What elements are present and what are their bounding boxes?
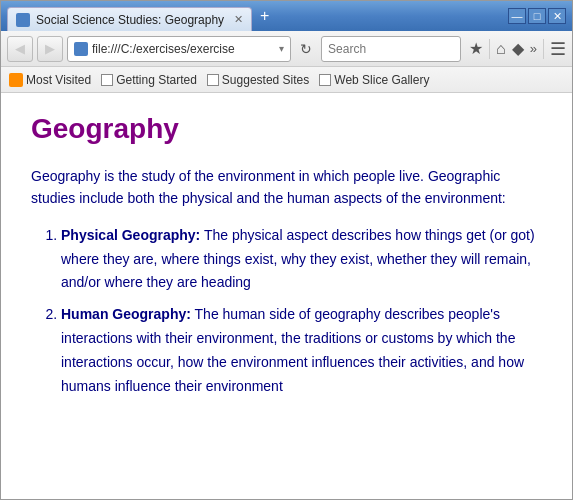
toolbar-icons: ★ ⌂ ◆ » ☰ bbox=[469, 38, 566, 60]
bookmark-most-visited[interactable]: Most Visited bbox=[9, 73, 91, 87]
page-title: Geography bbox=[31, 113, 542, 145]
bookmark-web-slice-gallery[interactable]: Web Slice Gallery bbox=[319, 73, 429, 87]
tab-close-button[interactable]: ✕ bbox=[234, 13, 243, 26]
address-bar[interactable]: ▾ bbox=[67, 36, 291, 62]
tab-favicon bbox=[16, 13, 30, 27]
refresh-button[interactable]: ↻ bbox=[295, 38, 317, 60]
active-tab[interactable]: Social Science Studies: Geography ✕ bbox=[7, 7, 252, 31]
close-button[interactable]: ✕ bbox=[548, 8, 566, 24]
new-tab-button[interactable]: + bbox=[252, 1, 277, 31]
bookmark-most-visited-icon bbox=[9, 73, 23, 87]
bookmark-most-visited-label: Most Visited bbox=[26, 73, 91, 87]
page-list: Physical Geography: The physical aspect … bbox=[31, 224, 542, 399]
minimize-button[interactable]: — bbox=[508, 8, 526, 24]
back-icon: ◀ bbox=[15, 41, 25, 56]
refresh-icon: ↻ bbox=[300, 41, 312, 57]
bookmark-getting-started-label: Getting Started bbox=[116, 73, 197, 87]
tab-title: Social Science Studies: Geography bbox=[36, 13, 224, 27]
back-button[interactable]: ◀ bbox=[7, 36, 33, 62]
list-item: Human Geography: The human side of geogr… bbox=[61, 303, 542, 398]
page-content: Geography Geography is the study of the … bbox=[1, 93, 572, 499]
window-controls: — □ ✕ bbox=[508, 8, 566, 24]
bookmark-suggested-sites-label: Suggested Sites bbox=[222, 73, 309, 87]
list-item-1-label: Physical Geography: bbox=[61, 227, 200, 243]
toolbar-separator-2 bbox=[543, 39, 544, 59]
menu-button[interactable]: ☰ bbox=[550, 38, 566, 60]
bookmarks-bar: Most Visited Getting Started Suggested S… bbox=[1, 67, 572, 93]
bookmark-checkbox-icon bbox=[101, 74, 113, 86]
bookmark-checkbox-3-icon bbox=[319, 74, 331, 86]
more-tools-icon[interactable]: » bbox=[530, 41, 537, 56]
pocket-icon[interactable]: ◆ bbox=[512, 39, 524, 58]
forward-button[interactable]: ▶ bbox=[37, 36, 63, 62]
tab-area: Social Science Studies: Geography ✕ + bbox=[7, 1, 504, 31]
address-dropdown-icon[interactable]: ▾ bbox=[279, 43, 284, 54]
bookmark-getting-started[interactable]: Getting Started bbox=[101, 73, 197, 87]
toolbar-separator bbox=[489, 39, 490, 59]
list-item-2-label: Human Geography: bbox=[61, 306, 191, 322]
home-icon[interactable]: ⌂ bbox=[496, 40, 506, 58]
favorites-star-icon[interactable]: ★ bbox=[469, 39, 483, 58]
bookmark-web-slice-gallery-label: Web Slice Gallery bbox=[334, 73, 429, 87]
bookmark-suggested-sites[interactable]: Suggested Sites bbox=[207, 73, 309, 87]
page-intro-text: Geography is the study of the environmen… bbox=[31, 165, 542, 210]
address-input[interactable] bbox=[92, 42, 275, 56]
search-input[interactable] bbox=[328, 42, 478, 56]
search-box[interactable] bbox=[321, 36, 461, 62]
title-bar: Social Science Studies: Geography ✕ + — … bbox=[1, 1, 572, 31]
maximize-button[interactable]: □ bbox=[528, 8, 546, 24]
address-favicon-icon bbox=[74, 42, 88, 56]
forward-icon: ▶ bbox=[45, 41, 55, 56]
bookmark-checkbox-2-icon bbox=[207, 74, 219, 86]
browser-window: Social Science Studies: Geography ✕ + — … bbox=[0, 0, 573, 500]
list-item: Physical Geography: The physical aspect … bbox=[61, 224, 542, 295]
navigation-toolbar: ◀ ▶ ▾ ↻ ★ ⌂ ◆ » ☰ bbox=[1, 31, 572, 67]
